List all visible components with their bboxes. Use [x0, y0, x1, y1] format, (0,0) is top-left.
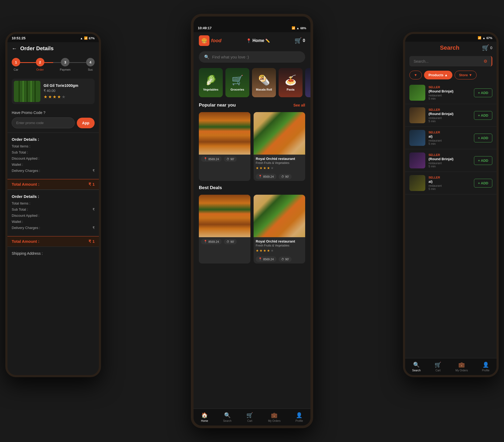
- apply-promo-button[interactable]: App: [77, 118, 95, 128]
- deal-card-wrap[interactable]: Royal Orchid restaurant Fresh Fruits & V…: [254, 195, 305, 264]
- promo-section: Have Promo Code ? App: [7, 106, 99, 133]
- add-button-1[interactable]: + ADD: [474, 88, 492, 97]
- order-row-subtotal-1: Sub Total :: [12, 150, 95, 154]
- filter-icon[interactable]: ⚙: [484, 59, 487, 64]
- center-bottom-nav: 🏠 Home 🔍 Search 🛒 Cart 💼 My Orders 👤 Pro…: [194, 409, 310, 426]
- deal-wrap-title: Royal Orchid restaurant: [256, 239, 303, 243]
- deal-wrap-distance: 📍 8569.24: [256, 256, 276, 262]
- total-row-1: Total Amount : ₹ 1: [7, 179, 99, 190]
- popular-card-burger[interactable]: 📍 8569.24 ⏱ 90': [199, 112, 250, 181]
- filter-pill-store[interactable]: Store ▼: [455, 71, 477, 79]
- step-3: 3 Paymen: [60, 58, 70, 71]
- category-card-groceries[interactable]: 🛒 Groceries: [225, 68, 249, 97]
- right-nav-orders[interactable]: 💼 My Orders: [455, 362, 468, 372]
- result-info-3: SELLER al) restaurant 5 min: [429, 131, 471, 145]
- add-button-2[interactable]: + ADD: [474, 111, 492, 120]
- filter-pill-products[interactable]: Products ▲: [424, 71, 452, 79]
- best-deals-header: Best Deals: [194, 183, 310, 193]
- result-img-2: [409, 107, 425, 123]
- category-icon-pizza: 🍕: [309, 73, 311, 88]
- see-all-popular[interactable]: See all: [293, 103, 305, 107]
- order-label-items-2: Total Items :: [12, 201, 30, 205]
- result-item-4[interactable]: SELLER (Round Brinjal) restaurant 5 min …: [405, 149, 497, 172]
- nav-profile-label: Profile: [295, 419, 303, 422]
- result-item-2[interactable]: SELLER (Round Brinjal) restaurant 5 min …: [405, 104, 497, 127]
- result-name-2: (Round Brinjal): [429, 112, 471, 116]
- back-button[interactable]: ←: [12, 45, 17, 52]
- search-nav-icon: 🔍: [224, 412, 231, 418]
- result-seller-5: SELLER: [429, 176, 471, 179]
- clock-icon: ⏱: [226, 158, 229, 161]
- step-circle-2: 2: [36, 58, 44, 66]
- wrap-time-chip: ⏱ 90': [279, 174, 292, 179]
- result-seller-1: SELLER: [429, 86, 471, 89]
- popular-card-wrap[interactable]: Royal Orchid restaurant Fresh Fruits & V…: [254, 112, 305, 181]
- deal-wrap-time-val: 90': [285, 258, 289, 261]
- promo-input-row: App: [12, 117, 95, 128]
- location-text: Home: [253, 38, 264, 43]
- right-nav-orders-label: My Orders: [455, 369, 468, 372]
- nav-profile[interactable]: 👤 Profile: [295, 412, 303, 422]
- right-search-input[interactable]: [414, 59, 484, 63]
- result-img-5: [409, 175, 425, 191]
- pin-icon-small: 📍: [204, 157, 207, 161]
- category-label-veggies: Vegetables: [203, 88, 218, 93]
- result-meta-restaurant-1: restaurant: [429, 94, 471, 97]
- right-search-bar[interactable]: ⚙: [409, 56, 492, 66]
- header-cart-button[interactable]: 🛒 0: [295, 37, 305, 44]
- left-battery: 67%: [89, 37, 95, 40]
- filter-pill-1[interactable]: ▼: [409, 71, 422, 79]
- pin-icon-deal2: 📍: [258, 257, 262, 261]
- wifi-icon: ▲: [80, 37, 83, 40]
- nav-home[interactable]: 🏠 Home: [201, 412, 208, 422]
- center-search-bar[interactable]: 🔍 Find what you love :): [199, 51, 305, 63]
- logo-icon: 🍔: [199, 35, 209, 46]
- result-item-5[interactable]: SELLER al) restaurant 5 min + ADD: [405, 172, 497, 194]
- total-value-2: ₹ 1: [89, 239, 95, 244]
- product-info: Gil Gil Torie1000gm ₹ 40.00 ★ ★ ★ ★ ★: [44, 82, 93, 100]
- right-wifi-icon: 📶: [478, 36, 481, 40]
- popular-header: Popular near you See all: [194, 100, 310, 110]
- left-time: 10:51:25: [12, 36, 26, 40]
- home-icon: 🏠: [201, 412, 208, 418]
- wrap-star-4: ★: [267, 166, 270, 170]
- add-button-4[interactable]: + ADD: [474, 156, 492, 165]
- deal-star-3: ★: [263, 249, 266, 253]
- add-button-3[interactable]: + ADD: [474, 134, 492, 142]
- vegetable-svg: [14, 81, 40, 102]
- result-item-3[interactable]: SELLER al) restaurant 5 min + ADD: [405, 127, 497, 149]
- category-card-pizza[interactable]: 🍕 Pizza: [305, 68, 310, 97]
- deal-card-burger[interactable]: 📍 8569.24 ⏱ 90': [199, 195, 250, 264]
- wrap-stars: ★ ★ ★ ★ ★: [256, 166, 303, 170]
- best-deals-row: 📍 8569.24 ⏱ 90' Royal Orchid restaurant …: [194, 193, 310, 266]
- star-4: ★: [57, 94, 61, 99]
- order-details-2: Order Details : Total Items : Sub Total …: [7, 190, 99, 236]
- nav-orders[interactable]: 💼 My Orders: [268, 412, 280, 422]
- nav-cart[interactable]: 🛒 Cart: [246, 412, 253, 422]
- pin-icon: 📍: [246, 38, 251, 43]
- right-nav-search[interactable]: 🔍 Search: [412, 362, 421, 372]
- clock-icon-deal2: ⏱: [281, 258, 284, 261]
- star-2: ★: [48, 94, 52, 99]
- right-nav-profile[interactable]: 👤 Profile: [482, 362, 489, 372]
- category-card-masala[interactable]: 🌯 Masala Roll: [252, 68, 276, 97]
- order-details-1: Order Details : Total Items : Sub Total …: [7, 133, 99, 179]
- promo-input[interactable]: [12, 117, 75, 128]
- location-row[interactable]: 📍 Home ✏️: [246, 38, 270, 43]
- right-cart-area[interactable]: 🛒 0: [482, 44, 492, 51]
- add-button-5[interactable]: + ADD: [474, 179, 492, 188]
- nav-search[interactable]: 🔍 Search: [223, 412, 232, 422]
- right-nav-cart[interactable]: 🛒 Cart: [435, 362, 441, 372]
- cart-icon: 🛒: [295, 37, 302, 44]
- burger-time: 90': [230, 158, 234, 161]
- right-nav-profile-label: Profile: [482, 369, 489, 372]
- cart-count: 0: [303, 38, 305, 43]
- deal-burger-distance: 📍 8569.24: [201, 239, 222, 244]
- result-item-1[interactable]: SELLER (Round Brinjal) restaurant 5 min …: [405, 82, 497, 104]
- category-card-pasta[interactable]: 🍝 Pasta: [279, 68, 303, 97]
- page-title: Order Details: [20, 45, 54, 52]
- category-card-veggies[interactable]: 🥬 Vegetables: [199, 68, 223, 97]
- category-icon-masala: 🌯: [256, 73, 272, 88]
- left-screen: 10:51:25 ▲ 📶 67% ← Order Details 1 Car: [7, 34, 99, 375]
- result-seller-2: SELLER: [429, 108, 471, 111]
